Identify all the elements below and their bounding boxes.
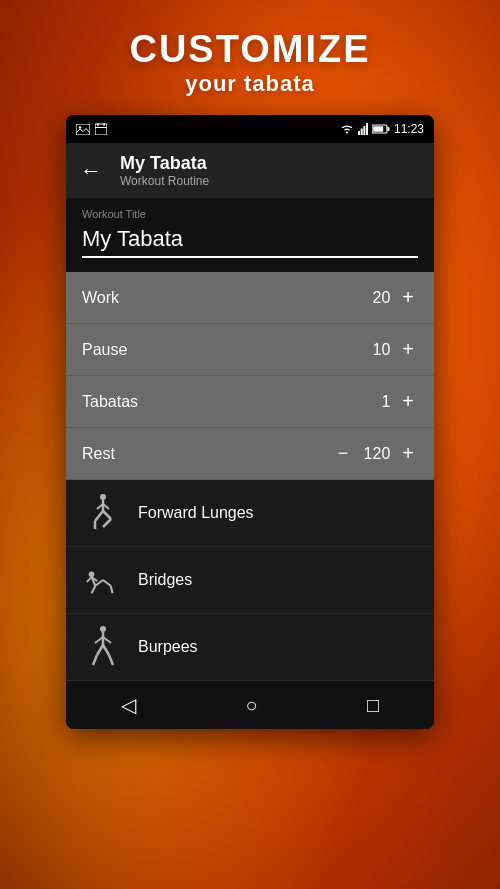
exercise-section: Forward Lunges Bridges xyxy=(66,480,434,681)
exercise-row-bridges[interactable]: Bridges xyxy=(66,547,434,614)
nav-bar: ◁ ○ □ xyxy=(66,681,434,729)
exercise-name-lunges: Forward Lunges xyxy=(138,504,254,522)
setting-label-tabatas: Tabatas xyxy=(82,393,138,411)
svg-line-34 xyxy=(93,655,97,665)
image-status-icon xyxy=(76,124,90,135)
svg-line-20 xyxy=(103,519,111,527)
setting-value-tabatas: 1 xyxy=(360,393,390,411)
settings-section: Work 20 + Pause 10 + Tabatas 1 + Rest xyxy=(66,272,434,480)
app-header-subtitle: Workout Routine xyxy=(120,174,209,188)
svg-line-24 xyxy=(103,580,111,586)
wifi-icon xyxy=(340,124,354,134)
svg-rect-7 xyxy=(361,129,363,136)
svg-point-13 xyxy=(100,494,106,500)
svg-line-26 xyxy=(92,586,96,594)
setting-controls-work: 20 + xyxy=(360,286,418,309)
setting-row-tabatas: Tabatas 1 + xyxy=(66,376,434,428)
setting-controls-rest: − 120 + xyxy=(334,442,418,465)
setting-plus-tabatas[interactable]: + xyxy=(398,390,418,413)
setting-minus-rest[interactable]: − xyxy=(334,443,353,464)
svg-point-21 xyxy=(89,571,95,577)
exercise-name-bridges: Bridges xyxy=(138,571,192,589)
exercise-icon-burpees xyxy=(82,626,124,668)
workout-title-section: Workout Title My Tabata xyxy=(66,198,434,272)
nav-recent-button[interactable]: □ xyxy=(347,686,399,725)
setting-plus-work[interactable]: + xyxy=(398,286,418,309)
status-time: 11:23 xyxy=(394,122,424,136)
setting-plus-pause[interactable]: + xyxy=(398,338,418,361)
svg-rect-2 xyxy=(95,124,107,135)
exercise-icon-bridges xyxy=(82,559,124,601)
nav-home-button[interactable]: ○ xyxy=(225,686,277,725)
svg-rect-12 xyxy=(387,127,389,131)
svg-point-1 xyxy=(79,126,81,128)
exercise-row-burpees[interactable]: Burpees xyxy=(66,614,434,681)
svg-rect-11 xyxy=(373,126,383,132)
nav-back-button[interactable]: ◁ xyxy=(101,685,156,725)
setting-value-pause: 10 xyxy=(360,341,390,359)
exercise-row-lunges[interactable]: Forward Lunges xyxy=(66,480,434,547)
workout-title-input[interactable]: My Tabata xyxy=(82,226,418,258)
svg-line-17 xyxy=(95,511,103,521)
svg-rect-6 xyxy=(358,131,360,135)
svg-rect-0 xyxy=(76,124,90,135)
svg-point-29 xyxy=(100,626,106,632)
battery-icon xyxy=(372,124,390,134)
svg-line-19 xyxy=(103,511,111,519)
signal-icon xyxy=(358,123,368,135)
setting-row-pause: Pause 10 + xyxy=(66,324,434,376)
promo-header: CUSTOMIZE your tabata xyxy=(0,0,500,115)
setting-label-work: Work xyxy=(82,289,119,307)
app-header-text: My Tabata Workout Routine xyxy=(120,153,209,188)
promo-subtitle: your tabata xyxy=(0,71,500,97)
back-button[interactable]: ← xyxy=(74,154,108,188)
workout-title-label: Workout Title xyxy=(82,208,418,220)
setting-label-pause: Pause xyxy=(82,341,127,359)
app-header-title: My Tabata xyxy=(120,153,209,174)
setting-plus-rest[interactable]: + xyxy=(398,442,418,465)
calendar-status-icon xyxy=(95,123,107,135)
svg-line-27 xyxy=(87,577,92,582)
status-bar-left xyxy=(76,123,107,135)
svg-line-25 xyxy=(111,586,113,594)
svg-line-33 xyxy=(97,645,103,655)
setting-value-rest: 120 xyxy=(360,445,390,463)
setting-label-rest: Rest xyxy=(82,445,115,463)
svg-rect-8 xyxy=(363,126,365,135)
svg-line-35 xyxy=(103,645,109,655)
exercise-name-burpees: Burpees xyxy=(138,638,198,656)
setting-row-work: Work 20 + xyxy=(66,272,434,324)
svg-line-36 xyxy=(109,655,113,665)
status-bar-right: 11:23 xyxy=(340,122,424,136)
svg-rect-9 xyxy=(366,123,368,135)
setting-value-work: 20 xyxy=(360,289,390,307)
phone-frame: 11:23 ← My Tabata Workout Routine Workou… xyxy=(66,115,434,729)
status-bar: 11:23 xyxy=(66,115,434,143)
setting-controls-tabatas: 1 + xyxy=(360,390,418,413)
setting-controls-pause: 10 + xyxy=(360,338,418,361)
promo-title: CUSTOMIZE xyxy=(0,28,500,71)
setting-row-rest: Rest − 120 + xyxy=(66,428,434,480)
exercise-icon-lunges xyxy=(82,492,124,534)
app-header: ← My Tabata Workout Routine xyxy=(66,143,434,198)
